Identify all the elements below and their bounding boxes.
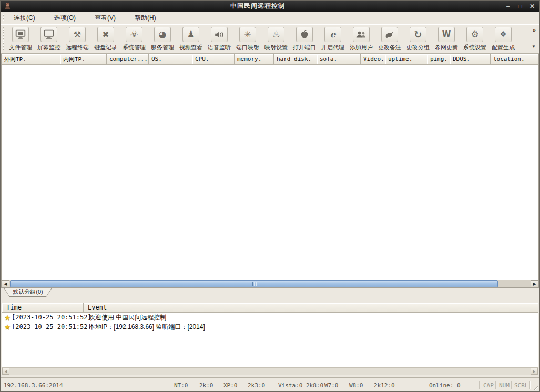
service-management-icon: ◕ (154, 27, 171, 42)
scroll-left-arrow-icon[interactable]: ◀ (2, 280, 9, 287)
menu-item[interactable]: 查看(V) (88, 12, 122, 24)
os-count: 2k:0 (199, 382, 213, 389)
column-header[interactable]: sofa. (317, 54, 361, 65)
group-tab-row: 默认分组(0) (1, 288, 539, 299)
client-list-body[interactable] (2, 65, 538, 280)
title-bar: 中国民间远程控制 – □ ✕ (1, 1, 539, 12)
client-list-header: 外网IP. 内网IP. computer... OS. CPU. memory.… (2, 54, 538, 65)
event-text: 欢迎使用 中国民间远程控制 (84, 313, 538, 322)
event-time: [2023-10-25 20:51:52] (12, 323, 84, 331)
toolbar-button[interactable]: 屏幕监控 (35, 25, 63, 51)
os-count: NT:0 (174, 382, 188, 389)
toolbar-button[interactable]: ♨ 映射设置 (262, 25, 290, 51)
toolbar-button[interactable]: ❖ 配置生成 (489, 25, 517, 51)
toolbar: » ▼ 文件管理 屏幕监控 ⚒ 远程终端 ✖ 键盘记录 ☣ (1, 24, 539, 54)
lock-key-indicator: CAP (483, 382, 494, 389)
event-scroll-left-arrow-icon[interactable]: ◀ (2, 368, 9, 375)
column-header[interactable]: memory. (235, 54, 274, 65)
event-log-header: Time Event (2, 303, 538, 313)
column-header[interactable]: 内网IP. (60, 54, 107, 65)
event-log-scrollbar[interactable]: ◀ ▶ (2, 367, 538, 375)
maximize-button[interactable]: □ (516, 2, 524, 11)
update-icon: W (438, 27, 455, 42)
scrollbar-track[interactable] (498, 280, 530, 287)
change-group-icon: ↻ (410, 27, 426, 42)
column-header[interactable]: 外网IP. (2, 54, 60, 65)
event-column-header[interactable]: Event (84, 303, 538, 312)
toolbar-button[interactable]: ♟ 视频查看 (177, 25, 205, 51)
toolbar-button[interactable]: ✳ 端口映射 (233, 25, 262, 51)
star-icon: ★ (3, 323, 12, 331)
event-log-row[interactable]: ★ [2023-10-25 20:51:52] 欢迎使用 中国民间远程控制 (2, 313, 538, 322)
system-settings-icon: ⚙ (466, 27, 483, 42)
toolbar-button[interactable]: ⚒ 远程终端 (63, 25, 91, 51)
window-title: 中国民间远程控制 (12, 2, 504, 11)
file-manager-icon (12, 27, 29, 42)
toolbar-button[interactable]: 打开端口 (290, 25, 319, 51)
keylogger-icon: ✖ (97, 27, 114, 42)
toolbar-button[interactable]: 添加用户 (347, 25, 375, 51)
toolbar-overflow-dropdown-icon[interactable]: ▼ (532, 44, 536, 49)
add-user-icon (353, 27, 370, 42)
column-header[interactable]: hard disk. (274, 54, 317, 65)
group-tab[interactable]: 默认分组(0) (4, 288, 52, 297)
toolbar-button[interactable]: e 开启代理 (319, 25, 347, 51)
event-log-row[interactable]: ★ [2023-10-25 20:51:52] 本地IP：[192.168.3.… (2, 322, 538, 332)
resize-grip-icon[interactable] (531, 383, 538, 390)
column-header[interactable]: OS. (149, 54, 192, 65)
os-count: 2k12:0 (374, 382, 395, 389)
app-window: 中国民间远程控制 – □ ✕ 连接(C) 选项(O) 查看(V) 帮助(H) »… (0, 0, 540, 392)
video-view-icon: ♟ (182, 27, 199, 42)
event-log-panel: Time Event ★ [2023-10-25 20:51:52] 欢迎使用 … (2, 303, 538, 375)
listen-address: 192.168.3.66:2014 (4, 382, 63, 389)
column-header[interactable]: Video. (361, 54, 385, 65)
event-log-body: ★ [2023-10-25 20:51:52] 欢迎使用 中国民间远程控制 ★ … (2, 313, 538, 367)
os-count: XP:0 (223, 382, 238, 389)
scroll-right-arrow-icon[interactable]: ▶ (531, 280, 538, 287)
screen-monitor-icon (40, 27, 57, 42)
time-column-header[interactable]: Time (2, 303, 84, 312)
column-header[interactable]: ping. (427, 54, 450, 65)
close-button[interactable]: ✕ (528, 2, 536, 11)
online-count: Online: 0 (429, 382, 461, 389)
menubar-gripper[interactable] (3, 14, 4, 22)
system-management-icon: ☣ (126, 27, 142, 42)
config-generate-icon: ❖ (495, 27, 512, 42)
voice-listen-icon (211, 27, 228, 42)
toolbar-button[interactable]: ↻ 更改分组 (404, 25, 432, 51)
toolbar-button[interactable]: 更改备注 (375, 25, 404, 51)
lock-key-indicator: SCRL (514, 382, 528, 389)
port-mapping-icon: ✳ (239, 27, 256, 42)
column-header[interactable]: uptime. (385, 54, 427, 65)
event-time: [2023-10-25 20:51:52] (12, 314, 84, 321)
toolbar-button[interactable]: 文件管理 (6, 25, 35, 51)
mapping-settings-icon: ♨ (268, 27, 284, 42)
toolbar-button[interactable]: ☣ 系统管理 (120, 25, 148, 51)
event-scroll-right-arrow-icon[interactable]: ▶ (531, 368, 538, 375)
os-count: W8:0 (349, 382, 363, 389)
event-text: 本地IP：[192.168.3.66] 监听端口：[2014] (84, 323, 538, 332)
horizontal-scrollbar[interactable]: ◀ ▶ (2, 280, 538, 287)
column-header[interactable]: location. (491, 54, 538, 65)
menu-item[interactable]: 帮助(H) (128, 12, 162, 24)
status-bar: 192.168.3.66:2014 Online: 0 NT:02k:0XP:0… (1, 379, 539, 391)
open-proxy-icon: e (324, 27, 341, 42)
column-header[interactable]: CPU. (192, 54, 235, 65)
client-list-panel: 外网IP. 内网IP. computer... OS. CPU. memory.… (1, 54, 539, 288)
toolbar-button[interactable]: ◕ 服务管理 (148, 25, 177, 51)
window-controls: – □ ✕ (504, 2, 536, 11)
remote-terminal-icon: ⚒ (69, 27, 86, 42)
toolbar-button[interactable]: ✖ 键盘记录 (91, 25, 120, 51)
toolbar-button[interactable]: 语音监听 (205, 25, 233, 51)
menu-item[interactable]: 连接(C) (7, 12, 42, 24)
column-header[interactable]: computer... (107, 54, 149, 65)
toolbar-overflow-chevron-icon[interactable]: » (533, 27, 536, 33)
toolbar-gripper[interactable] (3, 27, 4, 50)
toolbar-button[interactable]: W 希网更新 (432, 25, 461, 51)
toolbar-button[interactable]: ⚙ 系统设置 (461, 25, 489, 51)
open-port-icon (296, 27, 313, 42)
menu-item[interactable]: 选项(O) (48, 12, 82, 24)
minimize-button[interactable]: – (504, 2, 512, 11)
column-header[interactable]: DDOS. (450, 54, 491, 65)
scrollbar-thumb[interactable] (10, 280, 498, 287)
